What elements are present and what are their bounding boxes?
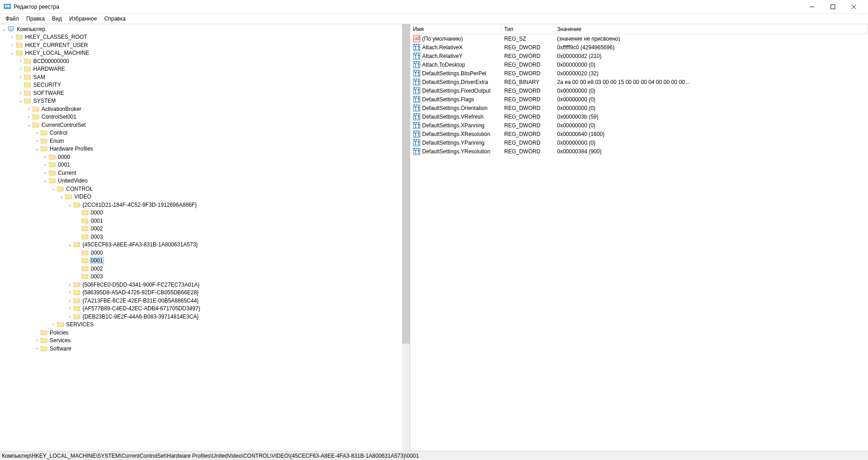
chevron-right-icon[interactable]: › [34, 346, 40, 351]
value-row[interactable]: 011110Attach.ToDesktopREG_DWORD0x0000000… [410, 60, 868, 69]
tree-item[interactable]: ·0000 [1, 249, 410, 257]
value-row[interactable]: 011110DefaultSettings.FlagsREG_DWORD0x00… [410, 95, 868, 104]
chevron-down-icon[interactable]: ⌄ [50, 187, 57, 191]
tree-item[interactable]: ·0001 [1, 257, 410, 265]
chevron-down-icon[interactable]: ⌄ [67, 203, 73, 207]
chevron-right-icon[interactable]: › [67, 306, 73, 311]
tree-item[interactable]: ⌄CurrentControlSet [1, 121, 410, 129]
values-pane[interactable]: Имя Тип Значение ab(По умолчанию)REG_SZ(… [410, 24, 868, 451]
tree-item[interactable]: ›{7A213FBE-6C2E-42EF-B31E-00B5A8865C44} [1, 297, 410, 305]
value-row[interactable]: 011110Attach.RelativeXREG_DWORD0xfffff9c… [410, 43, 868, 52]
chevron-down-icon[interactable]: ⌄ [67, 242, 73, 247]
tree-item[interactable]: ·0003 [1, 273, 410, 281]
chevron-right-icon[interactable]: › [67, 298, 73, 303]
tree-item[interactable]: ›Software [1, 345, 410, 353]
value-row[interactable]: ab(По умолчанию)REG_SZ(значение не присв… [410, 34, 868, 43]
menu-edit[interactable]: Правка [23, 15, 49, 23]
value-row[interactable]: 011110DefaultSettings.OrientationREG_DWO… [410, 104, 868, 112]
tree-item[interactable]: ⌄Hardware Profiles [1, 145, 410, 153]
tree-item[interactable]: ·0000 [1, 209, 410, 217]
chevron-down-icon[interactable]: ⌄ [26, 123, 32, 127]
menu-help[interactable]: Справка [101, 15, 129, 23]
value-row[interactable]: 011110DefaultSettings.BitsPerPelREG_DWOR… [410, 69, 868, 78]
chevron-down-icon[interactable]: ⌄ [34, 146, 40, 151]
chevron-right-icon[interactable]: › [9, 43, 16, 47]
maximize-button[interactable] [822, 0, 843, 14]
chevron-right-icon[interactable]: › [67, 282, 73, 287]
chevron-right-icon[interactable]: › [17, 91, 24, 95]
tree-item[interactable]: ›Current [1, 169, 410, 177]
chevron-right-icon[interactable]: › [26, 115, 32, 119]
close-button[interactable] [843, 0, 864, 14]
menu-favorites[interactable]: Избранное [66, 15, 101, 23]
chevron-right-icon[interactable]: › [26, 107, 32, 111]
tree-item[interactable]: ⌄VIDEO [1, 193, 410, 201]
chevron-right-icon[interactable]: › [17, 59, 24, 63]
chevron-right-icon[interactable]: › [34, 338, 40, 343]
tree-item[interactable]: ·0002 [1, 265, 410, 273]
tree-scrollbar[interactable] [402, 24, 410, 451]
tree-item[interactable]: ⌄HKEY_LOCAL_MACHINE [1, 49, 410, 58]
tree-item[interactable]: ⌄{45CECF63-A8EE-4FA3-831B-1A800631A573} [1, 241, 410, 249]
tree-item[interactable]: ·0001 [1, 217, 410, 225]
tree-item[interactable]: ›{506F8CE0-D5DD-4341-900F-FC27EC73A01A} [1, 281, 410, 289]
tree-item[interactable]: ⌄Компьютер [1, 25, 410, 33]
chevron-down-icon[interactable]: ⌄ [42, 178, 48, 183]
chevron-right-icon[interactable]: › [67, 290, 73, 295]
tree-item[interactable]: ›ControlSet001 [1, 113, 410, 121]
menu-view[interactable]: Вид [48, 15, 66, 23]
tree-item[interactable]: ›Services [1, 337, 410, 345]
tree-item[interactable]: ·0002 [1, 225, 410, 233]
tree-item[interactable]: ›SAM [1, 73, 410, 81]
tree-item[interactable]: ›{DEB23B1C-9E2F-44A6-B083-39714814E3CA} [1, 313, 410, 321]
chevron-down-icon[interactable]: ⌄ [58, 194, 65, 199]
tree-item[interactable]: ⌄{2CC81D21-184F-4C52-9F3D-1912696A886F} [1, 201, 410, 209]
chevron-right-icon[interactable]: › [17, 75, 24, 79]
tree-item[interactable]: ›ActivationBroker [1, 105, 410, 113]
chevron-down-icon[interactable]: ⌄ [1, 27, 7, 31]
tree-item[interactable]: ›HKEY_CLASSES_ROOT [1, 33, 410, 42]
tree-item[interactable]: ·SECURITY [1, 81, 410, 89]
tree-item[interactable]: ⌄CONTROL [1, 185, 410, 193]
value-row[interactable]: 011110DefaultSettings.YPanningREG_DWORD0… [410, 138, 868, 147]
tree-scroll-thumb[interactable] [402, 24, 410, 344]
value-row[interactable]: 011110DefaultSettings.XPanningREG_DWORD0… [410, 121, 868, 130]
col-header-name[interactable]: Имя [410, 24, 501, 34]
tree-item[interactable]: ›{586395D8-A5AD-4726-92DF-CB055DB66E28} [1, 289, 410, 297]
tree-pane[interactable]: ⌄Компьютер›HKEY_CLASSES_ROOT›HKEY_CURREN… [0, 24, 410, 451]
chevron-down-icon[interactable]: ⌄ [17, 99, 24, 103]
tree-item[interactable]: ›Control [1, 129, 410, 137]
tree-item[interactable]: ›0000 [1, 153, 410, 161]
value-row[interactable]: 011110DefaultSettings.FixedOutputREG_DWO… [410, 86, 868, 95]
chevron-right-icon[interactable]: › [42, 155, 48, 159]
col-header-type[interactable]: Тип [501, 24, 554, 34]
value-row[interactable]: 011110Attach.RelativeYREG_DWORD0x000000d… [410, 52, 868, 60]
value-row[interactable]: 011110DefaultSettings.DriverExtraREG_BIN… [410, 78, 868, 86]
col-header-value[interactable]: Значение [554, 24, 868, 34]
chevron-right-icon[interactable]: › [67, 314, 73, 319]
menu-file[interactable]: Файл [2, 15, 23, 23]
chevron-right-icon[interactable]: › [9, 35, 16, 39]
chevron-right-icon[interactable]: › [34, 131, 40, 135]
tree-item[interactable]: ›HKEY_CURRENT_USER [1, 41, 410, 49]
tree-item[interactable]: ›SERVICES [1, 321, 410, 329]
tree-item[interactable]: ›Enum [1, 137, 410, 145]
chevron-right-icon[interactable]: › [34, 139, 40, 143]
chevron-right-icon[interactable]: › [42, 171, 48, 175]
chevron-right-icon[interactable]: › [17, 67, 24, 71]
value-row[interactable]: 011110DefaultSettings.XResolutionREG_DWO… [410, 130, 868, 138]
chevron-down-icon[interactable]: ⌄ [9, 51, 16, 55]
tree-item[interactable]: ›SOFTWARE [1, 89, 410, 97]
value-row[interactable]: 011110DefaultSettings.YResolutionREG_DWO… [410, 147, 868, 156]
tree-item[interactable]: ·Policies [1, 329, 410, 337]
tree-item[interactable]: ·0003 [1, 233, 410, 241]
tree-item[interactable]: ⌄UnitedVideo [1, 177, 410, 185]
minimize-button[interactable] [801, 0, 822, 14]
tree-item[interactable]: ›BCD00000000 [1, 57, 410, 65]
tree-item[interactable]: ›{AF577B89-C4ED-42EC-ADB4-671705DD3497} [1, 305, 410, 313]
chevron-right-icon[interactable]: › [42, 162, 48, 167]
value-row[interactable]: 011110DefaultSettings.VRefreshREG_DWORD0… [410, 112, 868, 121]
tree-item[interactable]: ›HARDWARE [1, 65, 410, 73]
chevron-right-icon[interactable]: › [50, 322, 57, 327]
tree-item[interactable]: ›0001 [1, 161, 410, 169]
